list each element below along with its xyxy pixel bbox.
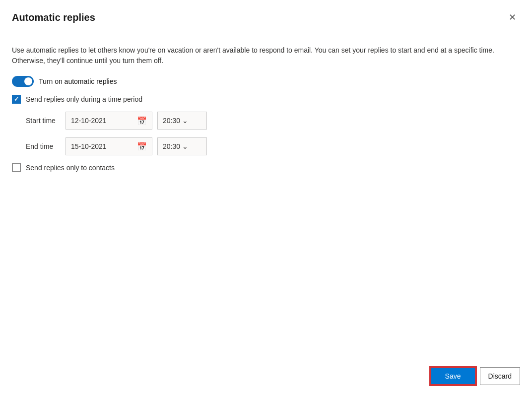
end-time-row: End time 📅 20:30 ⌄ <box>26 137 520 155</box>
end-time-label: End time <box>26 142 66 150</box>
contacts-label: Send replies only to contacts <box>26 164 115 172</box>
end-date-input[interactable] <box>71 142 135 150</box>
start-time-label: Start time <box>26 117 66 125</box>
start-time-dropdown[interactable]: 20:30 ⌄ <box>157 112 207 130</box>
dialog-footer: Save Discard <box>0 359 532 393</box>
start-calendar-icon[interactable]: 📅 <box>137 116 147 126</box>
description-text: Use automatic replies to let others know… <box>12 45 520 66</box>
close-button[interactable]: ✕ <box>505 10 520 25</box>
dialog-title: Automatic replies <box>12 12 95 23</box>
dialog-body: Use automatic replies to let others know… <box>0 33 532 359</box>
automatic-replies-toggle[interactable] <box>12 76 34 87</box>
toggle-row: Turn on automatic replies <box>12 76 520 87</box>
start-date-input[interactable] <box>71 117 135 125</box>
close-icon: ✕ <box>509 12 516 23</box>
contacts-checkbox-row[interactable]: Send replies only to contacts <box>12 163 520 172</box>
start-time-chevron-icon: ⌄ <box>182 117 201 125</box>
time-period-label: Send replies only during a time period <box>26 95 142 103</box>
end-time-chevron-icon: ⌄ <box>182 142 201 150</box>
toggle-slider <box>12 76 34 87</box>
end-calendar-icon[interactable]: 📅 <box>137 142 147 151</box>
automatic-replies-dialog: Automatic replies ✕ Use automatic replie… <box>0 0 532 393</box>
end-time-value: 20:30 <box>163 142 182 150</box>
time-period-checkbox-row[interactable]: Send replies only during a time period <box>12 95 520 104</box>
save-button[interactable]: Save <box>430 367 476 385</box>
toggle-label: Turn on automatic replies <box>39 77 117 85</box>
start-time-value: 20:30 <box>163 117 182 125</box>
dialog-header: Automatic replies ✕ <box>0 0 532 33</box>
end-time-dropdown[interactable]: 20:30 ⌄ <box>157 137 207 155</box>
contacts-checkbox[interactable] <box>12 163 21 172</box>
time-period-checkbox[interactable] <box>12 95 21 104</box>
start-date-input-wrapper[interactable]: 📅 <box>66 112 152 130</box>
discard-button[interactable]: Discard <box>480 367 520 385</box>
time-section: Start time 📅 20:30 ⌄ End time 📅 2 <box>26 112 520 155</box>
start-time-row: Start time 📅 20:30 ⌄ <box>26 112 520 130</box>
end-date-input-wrapper[interactable]: 📅 <box>66 137 152 155</box>
